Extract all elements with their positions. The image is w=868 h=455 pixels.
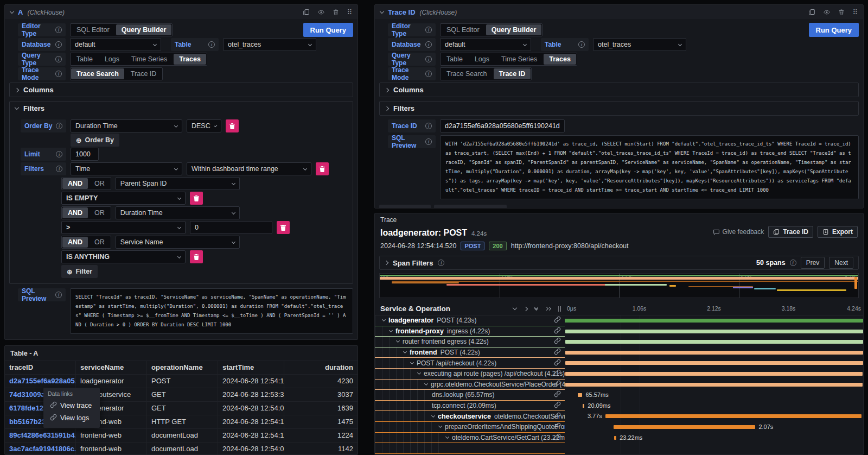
chevron-down-icon[interactable] bbox=[403, 350, 407, 353]
remove-filter-button[interactable] bbox=[316, 162, 329, 175]
span-duration-bar[interactable] bbox=[565, 372, 863, 376]
trace-mode-id[interactable]: Trace ID bbox=[125, 68, 162, 79]
span-link-icon[interactable] bbox=[554, 337, 561, 346]
editor-type-sql-editor[interactable]: SQL Editor bbox=[71, 24, 115, 35]
span-link-icon[interactable] bbox=[554, 412, 561, 421]
span-link-icon[interactable] bbox=[554, 327, 561, 336]
span-name-cell[interactable]: executing api route (pages) /api/checkou… bbox=[375, 369, 565, 380]
column-resize-handle[interactable] bbox=[557, 306, 561, 312]
query-type-table[interactable]: Table bbox=[441, 54, 468, 65]
info-icon[interactable]: i bbox=[55, 56, 62, 62]
span-duration-bar[interactable] bbox=[605, 414, 861, 418]
span-row[interactable]: grpc.oteldemo.CheckoutService/PlaceOrder… bbox=[375, 380, 863, 390]
chevron-down-icon[interactable] bbox=[389, 328, 393, 332]
limit-input[interactable] bbox=[71, 148, 99, 161]
link-icon[interactable] bbox=[554, 412, 561, 419]
span-row[interactable]: router frontend egress (4.22s) bbox=[375, 337, 863, 347]
filter-time-value-select[interactable]: Within dashboard time range bbox=[187, 162, 311, 175]
info-icon[interactable]: i bbox=[55, 27, 62, 33]
remove-filter-button[interactable] bbox=[190, 250, 203, 263]
span-timeline-cell[interactable] bbox=[565, 358, 863, 369]
view-logs-link[interactable]: View logs bbox=[48, 412, 95, 424]
span-duration-bar[interactable] bbox=[565, 383, 862, 387]
chevron-down-icon[interactable] bbox=[396, 339, 400, 343]
info-icon[interactable]: i bbox=[56, 151, 62, 157]
filter-field-select[interactable]: Parent Span ID bbox=[116, 177, 240, 190]
info-icon[interactable]: i bbox=[55, 292, 62, 298]
info-icon[interactable]: i bbox=[425, 56, 432, 62]
query-type-table[interactable]: Table bbox=[71, 54, 98, 65]
span-row[interactable]: POST /api/checkout (4.22s) bbox=[375, 358, 863, 369]
link-icon[interactable] bbox=[554, 327, 561, 334]
span-name-cell[interactable] bbox=[375, 443, 565, 454]
span-timeline-cell[interactable] bbox=[565, 369, 863, 380]
or-option[interactable]: OR bbox=[89, 237, 110, 248]
collapse-all-icon[interactable] bbox=[534, 307, 539, 311]
trash-icon[interactable] bbox=[838, 9, 845, 16]
and-option[interactable]: AND bbox=[62, 237, 88, 248]
info-icon[interactable]: i bbox=[56, 166, 62, 172]
span-timeline-cell[interactable]: 65.57ms bbox=[565, 390, 863, 401]
chevron-down-icon[interactable] bbox=[424, 382, 428, 386]
trace-id-link[interactable]: d2a7155ef6a928a05... bbox=[5, 375, 76, 388]
add-order-by-button[interactable]: ⊕Order By bbox=[71, 134, 119, 147]
query-inspector-button[interactable]: iQuery inspector bbox=[64, 339, 137, 340]
span-link-icon[interactable] bbox=[554, 369, 561, 378]
span-name-cell[interactable]: tcp.connect (20.09ms) bbox=[375, 401, 565, 412]
span-filters-label[interactable]: Span Filters bbox=[393, 259, 433, 267]
drag-handle-icon[interactable]: ⠿ bbox=[852, 9, 858, 16]
link-icon[interactable] bbox=[554, 337, 561, 344]
span-link-icon[interactable] bbox=[554, 422, 561, 431]
database-select[interactable]: default bbox=[70, 38, 161, 51]
link-icon[interactable] bbox=[554, 390, 561, 397]
span-row[interactable]: frontend-proxyingress (4.22s) bbox=[375, 326, 863, 337]
filter-field-select[interactable]: Service Name bbox=[116, 236, 240, 249]
span-name-cell[interactable]: POST /api/checkout (4.22s) bbox=[375, 358, 565, 369]
chevron-down-icon[interactable] bbox=[417, 371, 421, 375]
filter-value-input[interactable] bbox=[190, 221, 272, 234]
span-duration-bar[interactable] bbox=[565, 330, 863, 333]
span-timeline-cell[interactable]: 23.22ms bbox=[565, 433, 863, 444]
editor-type-sql-editor[interactable]: SQL Editor bbox=[441, 24, 485, 35]
link-icon[interactable] bbox=[554, 433, 561, 440]
column-header[interactable]: operationName bbox=[147, 361, 218, 375]
info-icon[interactable]: i bbox=[55, 41, 62, 48]
table-select[interactable]: otel_traces bbox=[593, 38, 686, 51]
add-query-button[interactable]: +Add query bbox=[9, 339, 61, 340]
remove-filter-button[interactable] bbox=[277, 221, 290, 234]
filter-time-field-select[interactable]: Time bbox=[71, 162, 182, 175]
span-row[interactable]: checkoutserviceoteldemo.CheckoutService/… bbox=[375, 411, 863, 422]
span-timeline-cell[interactable]: 3.77s bbox=[565, 411, 863, 422]
span-duration-bar[interactable] bbox=[614, 425, 756, 429]
column-header[interactable]: serviceName bbox=[76, 361, 147, 375]
query-type-time-series[interactable]: Time Series bbox=[126, 54, 173, 65]
trace-id-link[interactable]: 3ac7acfa91941806c... bbox=[5, 443, 76, 455]
span-row[interactable]: oteldemo.CartService/GetCart (23.22ms)23… bbox=[375, 433, 863, 444]
add-filter-button[interactable]: ⊕Filter bbox=[61, 265, 98, 278]
span-timeline-cell[interactable] bbox=[565, 380, 863, 390]
span-name-cell[interactable]: frontend-proxyingress (4.22s) bbox=[375, 326, 565, 337]
query-type-traces[interactable]: Traces bbox=[174, 54, 206, 65]
columns-section-header[interactable]: Columns bbox=[10, 83, 353, 97]
span-duration-bar[interactable] bbox=[565, 351, 863, 355]
span-timeline-cell[interactable] bbox=[565, 315, 863, 326]
info-icon[interactable]: i bbox=[578, 41, 585, 48]
link-icon[interactable] bbox=[554, 348, 561, 355]
link-icon[interactable] bbox=[554, 316, 561, 323]
span-name-cell[interactable]: prepareOrderItemsAndShippingQuoteFromCar… bbox=[375, 422, 565, 433]
prev-button[interactable]: Prev bbox=[801, 257, 825, 269]
span-name-cell[interactable]: router frontend egress (4.22s) bbox=[375, 337, 565, 347]
filter-operator-select[interactable]: > bbox=[61, 221, 186, 234]
query-type-logs[interactable]: Logs bbox=[469, 54, 495, 65]
span-row[interactable]: dns.lookup (65.57ms)65.57ms bbox=[375, 390, 863, 401]
collapse-one-icon[interactable] bbox=[512, 307, 518, 311]
chevron-right-icon[interactable] bbox=[384, 261, 388, 265]
trace-mode-search[interactable]: Trace Search bbox=[71, 68, 124, 79]
or-option[interactable]: OR bbox=[89, 207, 110, 218]
span-duration-bar[interactable] bbox=[565, 361, 863, 365]
trace-mode-id[interactable]: Trace ID bbox=[494, 68, 531, 79]
chevron-down-icon[interactable] bbox=[410, 361, 414, 364]
filter-field-select[interactable]: Duration Time bbox=[116, 206, 240, 219]
remove-filter-button[interactable] bbox=[190, 192, 203, 205]
info-icon[interactable]: i bbox=[790, 260, 796, 266]
